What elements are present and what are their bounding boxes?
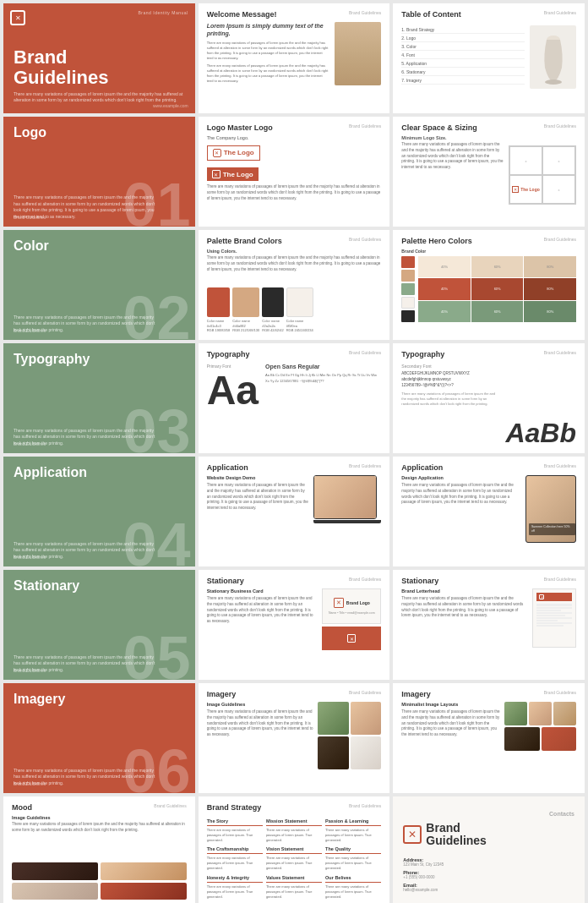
ig-sub-title: Image Guidelines: [207, 702, 315, 707]
aw-laptop-base: [313, 520, 381, 523]
logo-filled-box: ✕ The Logo: [207, 165, 382, 182]
tp-body: Primary Font Aa Open Sans Regular Aa Bb …: [207, 364, 382, 446]
mood-brand: Brand Guidelines: [154, 803, 186, 808]
company-name: The Company Logo.: [207, 135, 382, 140]
card-back-logo: ✕: [347, 634, 356, 643]
lh-line5: [536, 615, 565, 616]
si-title-9: Our Belives: [325, 875, 381, 883]
cs-brand: Brand Guidelines: [544, 123, 576, 129]
si-title-2: Mission Statement: [266, 818, 322, 826]
si-text-2: There are many variations of passages of…: [266, 828, 322, 843]
strategy-item: Values Statement There are many variatio…: [266, 875, 322, 900]
ph-header: Palette Hero Colors Brand Guidelines: [401, 237, 576, 245]
ph-grid: 40% 60% 80% 40% 60% 80% 40% 60% 80%: [418, 256, 576, 322]
swatch-info-3: Color name#2a2a2aRGB 42/42/42: [262, 319, 283, 333]
aw-title: Application: [207, 463, 248, 472]
sl-header: Stationary Brand Guidelines: [401, 577, 576, 585]
mood-grid: [12, 862, 187, 900]
imagery-minimalist-slide: Imagery Brand Guidelines Minimalist Imag…: [393, 683, 585, 793]
mood-img3: [12, 883, 98, 900]
si-title-5: Vision Statement: [266, 846, 322, 854]
card-back-icon: ✕: [347, 634, 356, 643]
ts-body: Secondary Font ABCDEFGHIJKLMNOP QRSTUVWX…: [401, 364, 576, 446]
ph-g6: 80%: [524, 278, 576, 299]
logo-icon: [10, 10, 25, 25]
toc-title: Table of Content: [401, 10, 460, 19]
logo-filled: ✕ The Logo: [207, 167, 259, 181]
logo-master-header: Logo Master Logo Brand Guidelines: [207, 123, 382, 132]
aw-sub-title: Website Design Demo: [207, 475, 309, 480]
img-section-slide: Imagery There are many variations of pas…: [3, 683, 195, 793]
welcome-body: Lorem Ipsum is simply dummy text of the …: [207, 22, 382, 85]
swatch-color-1: [207, 287, 231, 317]
cover-title: Brand Guidelines: [14, 47, 185, 88]
tp-right: Open Sans Regular Aa Bb Cc Dd Ee Ff Gg H…: [265, 364, 381, 384]
contacts-logo: ✕ Brand Guidelines: [403, 822, 487, 848]
card-info: Name • Title • email@example.com: [329, 611, 375, 615]
ph-brand: Brand Guidelines: [544, 237, 576, 242]
ph-g5: 60%: [471, 278, 524, 299]
ad-overlay: Summer Collection here 50% off: [529, 523, 575, 535]
toc-image: [530, 25, 576, 89]
im-img2: [529, 702, 552, 725]
strategy-item: Passion & Learning There are many variat…: [325, 818, 381, 843]
contacts-title: Contacts: [403, 811, 574, 817]
sl-text: There are many variations of passages of…: [401, 596, 527, 619]
bs-brand: Brand Guidelines: [349, 803, 381, 808]
ig-left: Image Guidelines There are many variatio…: [207, 702, 315, 786]
ts-body-text: There are many variations of passages of…: [401, 391, 500, 407]
card-logo: ✕ Brand Logo: [334, 598, 370, 608]
ts-display-text: AaBb: [505, 419, 576, 446]
stat-section-label: Brand Guidelines: [14, 668, 46, 673]
lh-line2: [536, 607, 572, 609]
im-image-row2: [504, 727, 576, 751]
si-text-5: There are many variations of passages of…: [266, 856, 322, 871]
mood-img1: [12, 862, 98, 880]
ph-g1: 40%: [418, 256, 471, 277]
ph-sw1: [401, 256, 415, 268]
si-text-9: There are many variations of passages of…: [325, 884, 381, 900]
color-section-slide: Color There are many variations of passa…: [3, 230, 195, 340]
vase-svg: [536, 30, 570, 85]
si-text-3: There are many variations of passages of…: [325, 828, 381, 843]
img-section-label: Brand Guidelines: [14, 781, 46, 786]
mood-img4: [101, 883, 187, 900]
vase-decoration: [530, 25, 576, 89]
card-logo-icon: ✕: [334, 598, 344, 608]
lh-line3: [536, 610, 561, 611]
stat-card-slide: Stationary Brand Guidelines Stationary B…: [199, 570, 390, 680]
lh-line9: [536, 625, 564, 627]
img-section-title: Imagery: [14, 692, 185, 707]
im-mini-grid: [504, 702, 576, 786]
pb-brand: Brand Guidelines: [349, 237, 381, 242]
toc-item: 1. Brand Strategy: [401, 25, 525, 34]
logo-master-body: The Company Logo. ✕ The Logo ✕ The Logo …: [207, 135, 382, 220]
ts-title: Typography: [401, 350, 444, 358]
business-card-back: ✕: [322, 627, 381, 650]
brand-subtitle: Brand Identity Manual: [139, 10, 188, 15]
pb-header: Palette Brand Colors Brand Guidelines: [207, 237, 382, 245]
pb-title: Palette Brand Colors: [207, 237, 282, 245]
typo-section-label: Brand Guidelines: [14, 441, 46, 446]
typo-section-slide: Typography There are many variations of …: [3, 343, 195, 453]
welcome-text1: There are many variations of passages of…: [207, 41, 330, 61]
stat-section-slide: Stationary There are many variations of …: [3, 570, 195, 680]
lh-header-bar: ✕: [536, 593, 572, 601]
ad-brand: Brand Guidelines: [544, 463, 576, 468]
tp-brand: Brand Guidelines: [349, 350, 381, 355]
si-title-1: The Story: [207, 818, 263, 826]
si-text-1: There are many variations of passages of…: [207, 828, 263, 843]
ts-numbers: 123456789~!@#%$^&*(\)?<>?: [401, 382, 500, 388]
toc-slide: Table of Content Brand Guidelines 1. Bra…: [393, 3, 585, 113]
ts-brand: Brand Guidelines: [544, 350, 576, 355]
cs-cell-tr: x: [542, 146, 575, 175]
ig-img4: [351, 736, 382, 769]
sc-sub-title: Stationary Business Card: [207, 588, 318, 594]
swatch-3: Color name#2a2a2aRGB 42/42/42: [262, 287, 283, 333]
im-img4: [504, 727, 540, 751]
cover-tagline: There are many variations of passages of…: [14, 91, 185, 103]
lh-logo-icon: ✕: [539, 594, 544, 599]
aw-header: Application Brand Guidelines: [207, 463, 382, 472]
im-header: Imagery Brand Guidelines: [401, 690, 576, 698]
mood-img2: [101, 862, 187, 880]
